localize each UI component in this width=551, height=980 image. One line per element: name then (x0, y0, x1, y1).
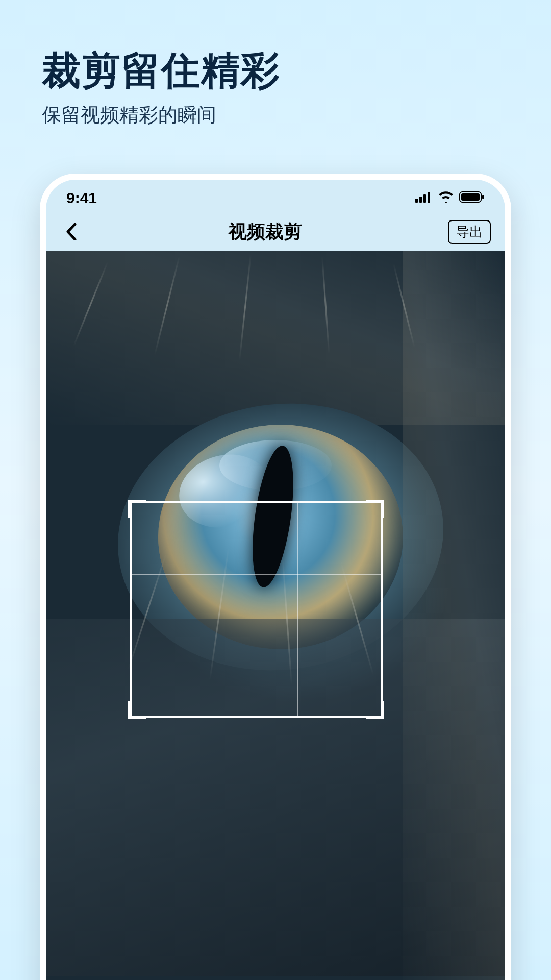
page-title: 视频裁剪 (229, 219, 302, 244)
crop-grid-line (297, 503, 298, 716)
export-button[interactable]: 导出 (448, 220, 491, 244)
status-icons (415, 191, 485, 205)
svg-rect-2 (423, 194, 426, 203)
svg-rect-0 (415, 199, 418, 203)
promo-title: 裁剪留住精彩 (42, 45, 281, 97)
svg-rect-5 (461, 193, 480, 201)
wifi-icon (438, 191, 454, 205)
chevron-left-icon (66, 223, 77, 240)
cellular-signal-icon (415, 191, 433, 205)
video-preview[interactable] (46, 251, 505, 980)
phone-screen: 9:41 视频裁剪 导出 (46, 180, 505, 980)
crop-handle-bottom-right[interactable] (366, 701, 384, 719)
crop-grid-line (132, 574, 381, 575)
status-bar: 9:41 (46, 184, 505, 212)
svg-rect-6 (482, 195, 484, 199)
back-button[interactable] (60, 220, 83, 243)
svg-rect-1 (419, 197, 422, 203)
crop-handle-top-right[interactable] (366, 500, 384, 518)
crop-selection[interactable] (130, 501, 383, 718)
battery-icon (459, 191, 485, 205)
crop-grid-line (132, 645, 381, 645)
crop-grid-line (215, 503, 215, 716)
promo-subtitle: 保留视频精彩的瞬间 (42, 102, 216, 128)
navigation-bar: 视频裁剪 导出 (46, 212, 505, 251)
crop-handle-bottom-left[interactable] (128, 701, 146, 719)
svg-rect-3 (428, 192, 430, 203)
fur-texture (403, 251, 505, 980)
crop-handle-top-left[interactable] (128, 500, 146, 518)
phone-frame: 9:41 视频裁剪 导出 (40, 174, 511, 980)
status-time: 9:41 (66, 189, 97, 207)
